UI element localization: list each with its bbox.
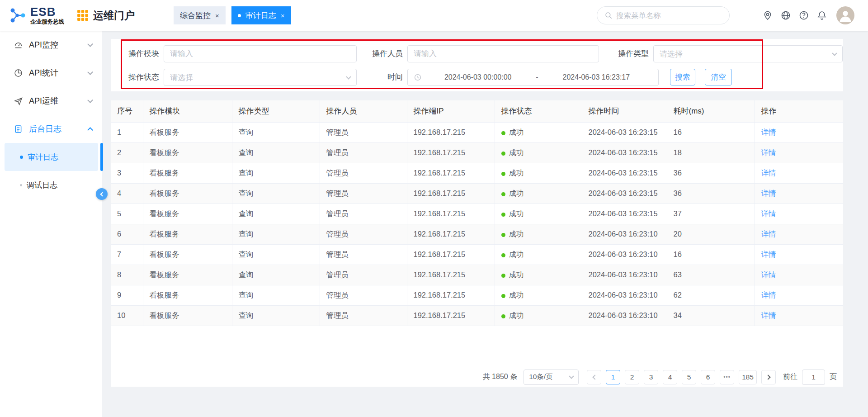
bullet-icon [20, 156, 23, 159]
cell-operator: 管理员 [320, 244, 407, 265]
cell-operator: 管理员 [320, 285, 407, 305]
pager-page-4[interactable]: 4 [663, 370, 677, 384]
detail-link[interactable]: 详情 [761, 209, 776, 218]
send-icon [14, 96, 23, 106]
select-placeholder: 请选择 [660, 49, 683, 59]
sidebar-item-backend-logs[interactable]: 后台日志 [0, 115, 102, 143]
detail-link[interactable]: 详情 [761, 189, 776, 197]
sidebar-subitem-debug-log[interactable]: 调试日志 [5, 171, 98, 199]
cell-action: 详情 [755, 285, 843, 305]
detail-link[interactable]: 详情 [761, 169, 776, 177]
portal-title: 运维门户 [93, 9, 135, 23]
time-range-picker[interactable]: 2024-06-03 00:00:00 - 2024-06-03 16:23:1… [407, 69, 659, 86]
tab-audit-log[interactable]: 审计日志 × [231, 6, 291, 24]
clear-button[interactable]: 清空 [705, 69, 732, 85]
pager-page-2[interactable]: 2 [625, 370, 639, 384]
status-success-dot [501, 172, 505, 176]
cell-no: 1 [111, 122, 143, 142]
cell-module: 看板服务 [143, 224, 232, 244]
location-icon[interactable] [762, 10, 773, 21]
sidebar-item-label: 后台日志 [29, 123, 61, 134]
cell-no: 10 [111, 305, 143, 326]
table-row: 7看板服务查询管理员192.168.17.215成功2024-06-03 16:… [111, 244, 843, 265]
cell-no: 3 [111, 163, 143, 183]
sidebar-item-api-monitor[interactable]: API监控 [0, 31, 102, 59]
pager-prev-button[interactable] [587, 370, 601, 384]
tab-close-icon[interactable]: × [281, 12, 285, 19]
cell-action: 详情 [755, 122, 843, 142]
search-button[interactable]: 搜索 [670, 69, 695, 85]
column-header-action: 操作 [755, 100, 843, 122]
topbar-actions [597, 6, 854, 24]
pager-page-6[interactable]: 6 [701, 370, 715, 384]
cell-no: 4 [111, 183, 143, 204]
detail-link[interactable]: 详情 [761, 250, 776, 258]
page-size-select[interactable]: 10条/页 [524, 370, 579, 385]
help-icon[interactable] [798, 10, 809, 21]
filter-type-select[interactable]: 请选择 [653, 45, 843, 62]
cell-module: 看板服务 [143, 285, 232, 305]
pager-next-button[interactable] [761, 370, 776, 384]
sidebar-subitem-audit-log[interactable]: 审计日志 [5, 143, 98, 171]
cell-time: 2024-06-03 16:23:10 [582, 305, 667, 326]
chevron-down-icon [569, 374, 574, 379]
pager-page-185[interactable]: 185 [739, 370, 757, 384]
pager-page-5[interactable]: 5 [682, 370, 696, 384]
detail-link[interactable]: 详情 [761, 128, 776, 136]
cell-action: 详情 [755, 163, 843, 183]
filter-operator-input[interactable] [407, 45, 599, 62]
goto-page-input[interactable] [802, 370, 825, 385]
app-logo: ESB 企业服务总线 [8, 6, 64, 25]
bell-icon[interactable] [816, 10, 827, 21]
cell-type: 查询 [232, 204, 320, 224]
audit-log-table: 序号 操作模块 操作类型 操作人员 操作端IP 操作状态 操作时间 耗时(ms)… [111, 100, 843, 326]
cell-ip: 192.168.17.215 [407, 265, 495, 285]
chevron-right-icon [765, 374, 770, 379]
cell-module: 看板服务 [143, 122, 232, 142]
esb-logo-icon [8, 6, 26, 24]
status-success-dot [501, 213, 505, 217]
filter-status-select[interactable]: 请选择 [164, 69, 357, 86]
cell-ip: 192.168.17.215 [407, 285, 495, 305]
tab-label: 综合监控 [180, 10, 211, 21]
tab-monitoring[interactable]: 综合监控 × [174, 6, 226, 24]
cell-cost: 37 [667, 204, 755, 224]
goto-suffix: 页 [830, 372, 837, 382]
menu-search[interactable] [597, 6, 730, 24]
detail-link[interactable]: 详情 [761, 311, 776, 319]
globe-icon[interactable] [780, 10, 791, 21]
cell-ip: 192.168.17.215 [407, 163, 495, 183]
column-header-cost: 耗时(ms) [667, 100, 755, 122]
logo-subtitle: 企业服务总线 [30, 19, 64, 25]
table-row: 9看板服务查询管理员192.168.17.215成功2024-06-03 16:… [111, 285, 843, 305]
sidebar-collapse-button[interactable] [96, 188, 108, 200]
pager-page-1[interactable]: 1 [606, 370, 620, 384]
filter-module-input[interactable] [164, 45, 357, 62]
sidebar-item-api-stats[interactable]: API统计 [0, 59, 102, 87]
cell-cost: 36 [667, 163, 755, 183]
cell-operator: 管理员 [320, 204, 407, 224]
detail-link[interactable]: 详情 [761, 270, 776, 279]
chevron-down-icon [832, 51, 837, 56]
cell-status: 成功 [495, 265, 582, 285]
detail-link[interactable]: 详情 [761, 291, 776, 299]
avatar[interactable] [836, 6, 854, 24]
cell-ip: 192.168.17.215 [407, 244, 495, 265]
detail-link[interactable]: 详情 [761, 230, 776, 238]
sidebar-item-api-ops[interactable]: API运维 [0, 87, 102, 115]
table-row: 10看板服务查询管理员192.168.17.215成功2024-06-03 16… [111, 305, 843, 326]
tab-close-icon[interactable]: × [215, 12, 219, 19]
gauge-icon [14, 40, 23, 50]
grid-menu-icon[interactable] [77, 9, 89, 21]
cell-operator: 管理员 [320, 265, 407, 285]
sidebar-item-label: API统计 [29, 67, 58, 78]
menu-search-input[interactable] [616, 11, 722, 20]
detail-link[interactable]: 详情 [761, 148, 776, 156]
filter-label-operator: 操作人员 [364, 45, 403, 62]
cell-module: 看板服务 [143, 204, 232, 224]
cell-no: 6 [111, 224, 143, 244]
filter-label-module: 操作模块 [120, 45, 159, 62]
pager-ellipsis[interactable]: ••• [720, 370, 734, 384]
pager-page-3[interactable]: 3 [644, 370, 658, 384]
cell-action: 详情 [755, 224, 843, 244]
